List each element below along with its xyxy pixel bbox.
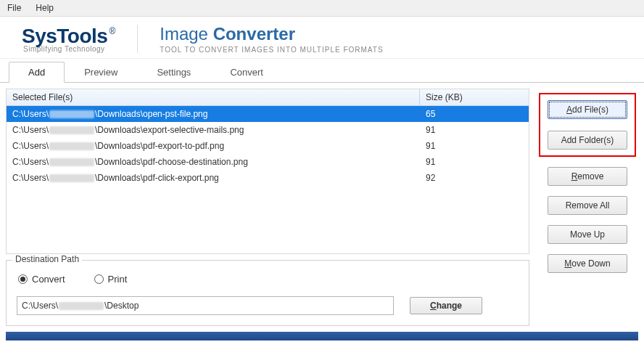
file-size-cell: 92 (420, 171, 529, 184)
tab-convert[interactable]: Convert (210, 62, 283, 83)
app-title-block: Image Converter TOOL TO CONVERT IMAGES I… (160, 24, 383, 54)
col-size[interactable]: Size (KB) (420, 89, 529, 105)
brand-logo: SysTools ® Simplifying Technology (22, 25, 138, 53)
file-path-cell: C:\Users\\Downloads\pdf-export-to-pdf.pn… (7, 139, 420, 152)
menubar: File Help (0, 0, 644, 17)
file-size-cell: 91 (420, 123, 529, 136)
redacted-user (49, 110, 94, 118)
radio-print[interactable]: Print (94, 274, 128, 285)
brand-registered: ® (109, 26, 115, 36)
redacted-user (49, 174, 94, 182)
file-size-cell: 91 (420, 139, 529, 152)
file-path-cell: C:\Users\\Downloads\pdf-click-export.png (7, 171, 420, 184)
menu-help[interactable]: Help (31, 1, 58, 15)
table-row[interactable]: C:\Users\\Downloads\export-selective-mai… (7, 122, 529, 138)
move-down-button[interactable]: Move Down (548, 254, 627, 273)
file-path-cell: C:\Users\\Downloads\open-pst-file.png (7, 107, 420, 121)
tab-bar: Add Preview Settings Convert (0, 62, 644, 83)
destination-legend: Destination Path (12, 254, 82, 264)
redacted-user (59, 302, 104, 310)
move-up-button[interactable]: Move Up (548, 225, 627, 244)
highlight-box: Add File(s) Add Folder(s) (539, 93, 636, 157)
footer-bar (6, 332, 638, 340)
add-files-button[interactable]: Add File(s) (548, 100, 627, 119)
tab-preview[interactable]: Preview (65, 62, 137, 83)
table-row[interactable]: C:\Users\\Downloads\open-pst-file.png65 (7, 106, 529, 122)
file-size-cell: 65 (420, 107, 529, 121)
redacted-user (49, 126, 94, 134)
menu-file[interactable]: File (3, 1, 25, 15)
title-bold: Converter (213, 24, 295, 44)
table-row[interactable]: C:\Users\\Downloads\pdf-choose-destinati… (7, 154, 529, 170)
title-subtitle: TOOL TO CONVERT IMAGES INTO MULTIPLE FOR… (160, 46, 383, 54)
table-row[interactable]: C:\Users\\Downloads\pdf-export-to-pdf.pn… (7, 138, 529, 154)
add-folders-button[interactable]: Add Folder(s) (548, 131, 627, 150)
tab-add[interactable]: Add (9, 62, 65, 83)
file-path-cell: C:\Users\\Downloads\pdf-choose-destinati… (7, 155, 420, 168)
tab-settings[interactable]: Settings (137, 62, 210, 83)
radio-convert[interactable]: Convert (18, 274, 65, 285)
header: SysTools ® Simplifying Technology Image … (0, 17, 644, 59)
change-button[interactable]: Change (410, 297, 482, 314)
file-path-cell: C:\Users\\Downloads\export-selective-mai… (7, 123, 420, 136)
brand-tagline: Simplifying Technology (23, 45, 115, 53)
redacted-user (49, 142, 94, 150)
radio-print-label: Print (108, 274, 128, 285)
file-table: Selected File(s) Size (KB) C:\Users\\Dow… (6, 89, 529, 254)
redacted-user (49, 158, 94, 166)
title-light: Image (160, 24, 208, 44)
destination-path-input[interactable]: C:\Users\\Desktop (17, 296, 394, 315)
destination-group: Destination Path Convert Print C:\Users\… (6, 260, 529, 326)
col-selected-files[interactable]: Selected File(s) (7, 89, 420, 105)
table-row[interactable]: C:\Users\\Downloads\pdf-click-export.png… (7, 170, 529, 186)
action-panel: Add File(s) Add Folder(s) Remove Remove … (537, 89, 638, 326)
file-size-cell: 91 (420, 155, 529, 168)
remove-all-button[interactable]: Remove All (548, 196, 627, 215)
radio-convert-label: Convert (32, 274, 65, 285)
remove-button[interactable]: Remove (548, 167, 627, 186)
